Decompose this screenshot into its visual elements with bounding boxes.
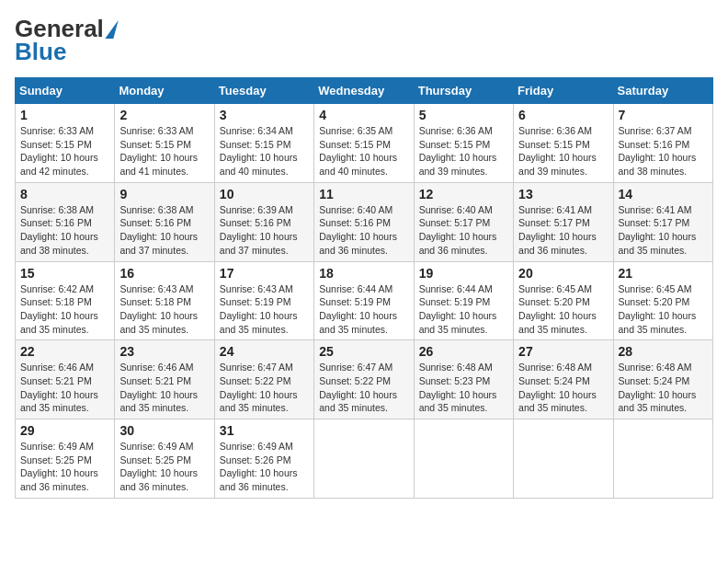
sunset-text: Sunset: 5:15 PM (20, 139, 92, 150)
calendar-cell: 28 Sunrise: 6:48 AM Sunset: 5:24 PM Dayl… (613, 340, 712, 419)
day-info: Sunrise: 6:48 AM Sunset: 5:23 PM Dayligh… (419, 361, 508, 415)
day-number: 15 (20, 266, 109, 281)
calendar-cell: 3 Sunrise: 6:34 AM Sunset: 5:15 PM Dayli… (214, 104, 313, 183)
daylight-text: Daylight: 10 hours and 37 minutes. (119, 231, 198, 256)
sunrise-text: Sunrise: 6:49 AM (220, 441, 293, 452)
day-number: 29 (20, 423, 109, 438)
sunset-text: Sunset: 5:19 PM (220, 296, 291, 307)
sunrise-text: Sunrise: 6:39 AM (220, 204, 293, 215)
calendar-cell: 25 Sunrise: 6:47 AM Sunset: 5:22 PM Dayl… (314, 340, 414, 419)
daylight-text: Daylight: 10 hours and 35 minutes. (220, 389, 298, 414)
calendar-cell: 4 Sunrise: 6:35 AM Sunset: 5:15 PM Dayli… (314, 104, 414, 183)
daylight-text: Daylight: 10 hours and 39 minutes. (419, 152, 497, 177)
sunset-text: Sunset: 5:18 PM (20, 296, 92, 307)
sunrise-text: Sunrise: 6:33 AM (119, 125, 193, 136)
day-info: Sunrise: 6:46 AM Sunset: 5:21 PM Dayligh… (119, 361, 209, 415)
day-number: 13 (518, 187, 608, 201)
calendar-table: SundayMondayTuesdayWednesdayThursdayFrid… (15, 77, 713, 499)
calendar-cell: 5 Sunrise: 6:36 AM Sunset: 5:15 PM Dayli… (414, 104, 513, 183)
calendar-cell: 16 Sunrise: 6:43 AM Sunset: 5:18 PM Dayl… (115, 261, 214, 340)
day-info: Sunrise: 6:40 AM Sunset: 5:16 PM Dayligh… (319, 203, 408, 258)
sunrise-text: Sunrise: 6:36 AM (518, 125, 592, 136)
day-info: Sunrise: 6:44 AM Sunset: 5:19 PM Dayligh… (319, 282, 408, 337)
day-number: 4 (319, 108, 408, 122)
daylight-text: Daylight: 10 hours and 35 minutes. (220, 310, 298, 335)
sunrise-text: Sunrise: 6:38 AM (20, 204, 94, 215)
day-number: 20 (518, 266, 608, 281)
day-number: 5 (419, 108, 508, 122)
day-info: Sunrise: 6:48 AM Sunset: 5:24 PM Dayligh… (518, 361, 608, 415)
logo-arrow-icon (105, 20, 118, 39)
daylight-text: Daylight: 10 hours and 35 minutes. (119, 389, 198, 414)
col-header-saturday: Saturday (613, 78, 712, 104)
day-info: Sunrise: 6:35 AM Sunset: 5:15 PM Dayligh… (319, 124, 408, 178)
daylight-text: Daylight: 10 hours and 35 minutes. (419, 389, 497, 414)
sunrise-text: Sunrise: 6:48 AM (518, 362, 592, 373)
day-info: Sunrise: 6:34 AM Sunset: 5:15 PM Dayligh… (220, 124, 309, 178)
day-number: 31 (220, 423, 309, 438)
calendar-cell: 17 Sunrise: 6:43 AM Sunset: 5:19 PM Dayl… (214, 261, 313, 340)
sunset-text: Sunset: 5:17 PM (419, 217, 491, 228)
day-info: Sunrise: 6:36 AM Sunset: 5:15 PM Dayligh… (518, 124, 608, 178)
day-number: 1 (20, 108, 109, 122)
sunset-text: Sunset: 5:17 PM (619, 217, 690, 228)
calendar-cell: 12 Sunrise: 6:40 AM Sunset: 5:17 PM Dayl… (414, 182, 513, 261)
day-info: Sunrise: 6:47 AM Sunset: 5:22 PM Dayligh… (319, 361, 408, 415)
sunrise-text: Sunrise: 6:44 AM (319, 283, 392, 294)
day-info: Sunrise: 6:49 AM Sunset: 5:26 PM Dayligh… (220, 440, 309, 494)
day-number: 9 (119, 187, 209, 201)
day-info: Sunrise: 6:38 AM Sunset: 5:16 PM Dayligh… (20, 203, 109, 258)
day-number: 7 (619, 108, 708, 122)
sunrise-text: Sunrise: 6:42 AM (20, 283, 94, 294)
day-info: Sunrise: 6:33 AM Sunset: 5:15 PM Dayligh… (119, 124, 209, 178)
sunset-text: Sunset: 5:24 PM (619, 375, 690, 386)
daylight-text: Daylight: 10 hours and 35 minutes. (20, 389, 98, 414)
sunrise-text: Sunrise: 6:41 AM (619, 204, 692, 215)
sunrise-text: Sunrise: 6:43 AM (220, 283, 293, 294)
sunset-text: Sunset: 5:16 PM (220, 217, 291, 228)
day-number: 17 (220, 266, 309, 281)
sunrise-text: Sunrise: 6:36 AM (419, 125, 493, 136)
daylight-text: Daylight: 10 hours and 35 minutes. (619, 231, 697, 256)
daylight-text: Daylight: 10 hours and 41 minutes. (119, 152, 198, 177)
daylight-text: Daylight: 10 hours and 35 minutes. (119, 310, 198, 335)
sunset-text: Sunset: 5:16 PM (20, 217, 92, 228)
day-number: 8 (20, 187, 109, 201)
calendar-cell: 11 Sunrise: 6:40 AM Sunset: 5:16 PM Dayl… (314, 182, 414, 261)
sunrise-text: Sunrise: 6:47 AM (220, 362, 293, 373)
sunrise-text: Sunrise: 6:38 AM (119, 204, 193, 215)
calendar-cell (414, 419, 513, 499)
day-number: 2 (119, 108, 209, 122)
calendar-cell: 1 Sunrise: 6:33 AM Sunset: 5:15 PM Dayli… (16, 104, 115, 183)
sunset-text: Sunset: 5:15 PM (220, 139, 291, 150)
sunset-text: Sunset: 5:24 PM (518, 375, 590, 386)
daylight-text: Daylight: 10 hours and 38 minutes. (619, 152, 697, 177)
day-info: Sunrise: 6:45 AM Sunset: 5:20 PM Dayligh… (619, 282, 708, 337)
calendar-cell (514, 419, 613, 499)
calendar-cell: 24 Sunrise: 6:47 AM Sunset: 5:22 PM Dayl… (214, 340, 313, 419)
day-number: 11 (319, 187, 408, 201)
day-number: 3 (220, 108, 309, 122)
day-number: 12 (419, 187, 508, 201)
day-info: Sunrise: 6:36 AM Sunset: 5:15 PM Dayligh… (419, 124, 508, 178)
sunrise-text: Sunrise: 6:45 AM (619, 283, 692, 294)
daylight-text: Daylight: 10 hours and 35 minutes. (518, 389, 597, 414)
sunset-text: Sunset: 5:26 PM (220, 454, 291, 465)
sunrise-text: Sunrise: 6:40 AM (319, 204, 392, 215)
day-number: 16 (119, 266, 209, 281)
calendar-cell: 18 Sunrise: 6:44 AM Sunset: 5:19 PM Dayl… (314, 261, 414, 340)
sunset-text: Sunset: 5:19 PM (419, 296, 491, 307)
col-header-sunday: Sunday (16, 78, 115, 104)
sunset-text: Sunset: 5:19 PM (319, 296, 391, 307)
col-header-thursday: Thursday (414, 78, 513, 104)
day-number: 26 (419, 344, 508, 359)
page-header: General Blue (15, 15, 713, 66)
day-info: Sunrise: 6:41 AM Sunset: 5:17 PM Dayligh… (518, 203, 608, 258)
sunrise-text: Sunrise: 6:48 AM (619, 362, 692, 373)
day-info: Sunrise: 6:46 AM Sunset: 5:21 PM Dayligh… (20, 361, 109, 415)
sunrise-text: Sunrise: 6:35 AM (319, 125, 392, 136)
sunset-text: Sunset: 5:21 PM (119, 375, 191, 386)
calendar-cell (613, 419, 712, 499)
day-info: Sunrise: 6:37 AM Sunset: 5:16 PM Dayligh… (619, 124, 708, 178)
sunrise-text: Sunrise: 6:48 AM (419, 362, 493, 373)
